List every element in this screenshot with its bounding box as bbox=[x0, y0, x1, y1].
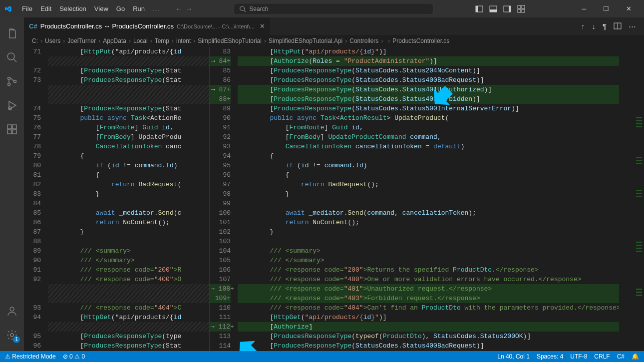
nav-back-icon[interactable]: ← bbox=[175, 5, 182, 12]
svg-rect-18 bbox=[7, 125, 11, 129]
tab-close-icon[interactable]: ✕ bbox=[260, 22, 265, 30]
menu-go[interactable]: Go bbox=[112, 3, 129, 14]
accounts-icon[interactable] bbox=[0, 299, 24, 323]
menu-run[interactable]: Run bbox=[129, 3, 149, 14]
code-left[interactable]: [HttpPut("api/products/{id [ProducesResp… bbox=[48, 47, 209, 351]
svg-rect-10 bbox=[518, 9, 521, 12]
source-control-icon[interactable] bbox=[0, 69, 24, 93]
search-activity-icon[interactable] bbox=[0, 45, 24, 69]
whitespace-icon[interactable]: ¶ bbox=[603, 22, 607, 31]
editor-area: C# ProductsController.cs ↔ ProductsContr… bbox=[24, 17, 644, 351]
svg-rect-9 bbox=[522, 5, 525, 8]
nav-arrows: ← → bbox=[175, 5, 192, 12]
prev-change-icon[interactable]: ↑ bbox=[581, 22, 585, 31]
vscode-icon bbox=[4, 5, 12, 13]
code-right[interactable]: [HttpPut("api/products/{id}")] [Authoriz… bbox=[238, 47, 619, 351]
svg-rect-5 bbox=[490, 9, 497, 12]
svg-point-14 bbox=[8, 77, 10, 80]
svg-rect-11 bbox=[522, 9, 525, 12]
menu-file[interactable]: File bbox=[18, 3, 36, 14]
activity-bar: 1 bbox=[0, 17, 24, 351]
tab-bar: C# ProductsController.cs ↔ ProductsContr… bbox=[24, 17, 644, 35]
svg-rect-21 bbox=[12, 125, 16, 129]
window-controls: ─ ☐ ✕ bbox=[573, 0, 640, 17]
body: 1 C# ProductsController.cs ↔ ProductsCon… bbox=[0, 17, 644, 351]
explorer-icon[interactable] bbox=[0, 21, 24, 45]
layout-customize-icon[interactable] bbox=[517, 5, 525, 13]
svg-rect-8 bbox=[518, 5, 521, 8]
csharp-file-icon: C# bbox=[29, 22, 37, 30]
breadcrumbs[interactable]: C:›Users›JoelTurner›AppData›Local›Temp›i… bbox=[24, 35, 644, 47]
settings-icon[interactable]: 1 bbox=[0, 323, 24, 347]
layout-panel-bottom-icon[interactable] bbox=[489, 5, 497, 13]
notifications-icon[interactable]: 🔔 bbox=[632, 353, 639, 360]
menu-edit[interactable]: Edit bbox=[36, 3, 55, 14]
minimap[interactable] bbox=[619, 47, 644, 351]
search-icon bbox=[239, 5, 246, 12]
tab-actions: ↑ ↓ ¶ ⋯ bbox=[581, 22, 644, 31]
menu-view[interactable]: View bbox=[90, 3, 112, 14]
maximize-button[interactable]: ☐ bbox=[595, 0, 618, 17]
close-button[interactable]: ✕ bbox=[618, 0, 640, 17]
search-box[interactable]: Search bbox=[234, 3, 433, 15]
svg-point-22 bbox=[10, 307, 14, 311]
menu-bar: FileEditSelectionViewGoRun… bbox=[18, 5, 163, 12]
more-actions-icon[interactable]: ⋯ bbox=[629, 22, 636, 31]
titlebar: FileEditSelectionViewGoRun… ← → Search ─… bbox=[0, 0, 644, 17]
indent-status[interactable]: Spaces: 4 bbox=[537, 353, 563, 360]
svg-line-1 bbox=[244, 10, 246, 12]
svg-rect-20 bbox=[12, 130, 16, 134]
menu-selection[interactable]: Selection bbox=[55, 3, 90, 14]
svg-line-13 bbox=[13, 59, 16, 62]
language-status[interactable]: C# bbox=[617, 353, 625, 360]
split-editor-icon[interactable] bbox=[614, 22, 622, 31]
problems-count[interactable]: ⊘ 0 ⚠ 0 bbox=[63, 353, 85, 360]
run-debug-icon[interactable] bbox=[0, 93, 24, 117]
eol-status[interactable]: CRLF bbox=[594, 353, 610, 360]
gutter-left: 71 7273 74757677787980818283848586878889… bbox=[24, 47, 48, 351]
layout-sidebar-right-icon[interactable] bbox=[503, 5, 511, 13]
svg-point-0 bbox=[240, 6, 245, 10]
minimize-button[interactable]: ─ bbox=[573, 0, 595, 17]
svg-rect-19 bbox=[7, 130, 11, 134]
menu-…[interactable]: … bbox=[149, 3, 163, 14]
svg-point-15 bbox=[8, 83, 10, 86]
extensions-icon[interactable] bbox=[0, 117, 24, 141]
activity-bottom: 1 bbox=[0, 299, 24, 347]
search-placeholder: Search bbox=[249, 5, 268, 12]
editor-split: 71 7273 74757677787980818283848586878889… bbox=[24, 47, 644, 351]
diff-right-pane[interactable]: 83→ 84+8586→ 87+88+899091929394959697989… bbox=[210, 47, 644, 351]
layout-sidebar-left-icon[interactable] bbox=[475, 5, 483, 13]
svg-point-16 bbox=[14, 80, 16, 83]
cursor-position[interactable]: Ln 40, Col 1 bbox=[497, 353, 530, 360]
gutter-right: 83→ 84+8586→ 87+88+899091929394959697989… bbox=[210, 47, 238, 351]
svg-point-12 bbox=[7, 53, 14, 60]
encoding-status[interactable]: UTF-8 bbox=[570, 353, 587, 360]
tab-detail: C:\DocSource\... - C:\...\intent\... bbox=[177, 23, 255, 29]
next-change-icon[interactable]: ↓ bbox=[592, 22, 596, 31]
svg-rect-3 bbox=[476, 6, 478, 12]
restricted-mode[interactable]: ⚠ Restricted Mode bbox=[5, 353, 56, 360]
tab-diff[interactable]: C# ProductsController.cs ↔ ProductsContr… bbox=[24, 17, 271, 35]
nav-forward-icon[interactable]: → bbox=[186, 5, 192, 12]
tab-title: ProductsController.cs ↔ ProductsControll… bbox=[40, 22, 174, 30]
layout-icons bbox=[475, 5, 525, 13]
diff-left-pane[interactable]: 71 7273 74757677787980818283848586878889… bbox=[24, 47, 210, 351]
svg-point-23 bbox=[10, 334, 13, 337]
statusbar: ⚠ Restricted Mode ⊘ 0 ⚠ 0 Ln 40, Col 1 S… bbox=[0, 351, 644, 362]
svg-rect-7 bbox=[509, 6, 511, 12]
